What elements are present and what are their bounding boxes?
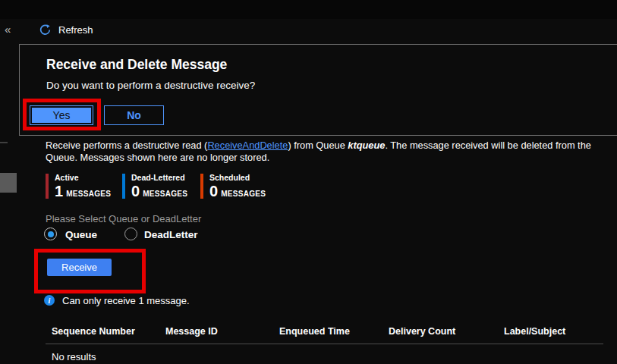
stat-count: 1 xyxy=(55,184,63,199)
queue-name: ktqueue xyxy=(348,140,385,151)
active-color-bar xyxy=(46,174,49,199)
queue-selector-label: Please Select Queue or DeadLetter xyxy=(46,213,201,224)
yes-button[interactable]: Yes xyxy=(30,105,93,125)
column-header-label-subject[interactable]: Label/Subject xyxy=(504,326,565,337)
table-empty-text: No results xyxy=(52,351,96,362)
dialog-question: Do you want to perform a destructive rec… xyxy=(46,80,255,91)
queue-radio-label[interactable]: Queue xyxy=(65,229,97,240)
receive-info-text: Can only receive 1 message. xyxy=(62,295,190,306)
no-button[interactable]: No xyxy=(104,105,164,125)
column-header-sequence-number[interactable]: Sequence Number xyxy=(52,326,135,337)
column-header-enqueued-time[interactable]: Enqueued Time xyxy=(279,326,350,337)
deadletter-radio-label[interactable]: DeadLetter xyxy=(144,229,198,240)
queue-radio[interactable] xyxy=(44,228,57,240)
dead-lettered-color-bar xyxy=(122,174,125,199)
table-header-divider xyxy=(46,344,603,344)
stat-scheduled: Scheduled 0 MESSAGES xyxy=(200,174,266,199)
description-part1: Receive performs a destructive read ( xyxy=(46,140,207,151)
stat-label: Active xyxy=(55,174,111,182)
receive-and-delete-link[interactable]: ReceiveAndDelete xyxy=(207,140,288,151)
top-strip xyxy=(0,0,617,19)
refresh-icon xyxy=(39,24,51,36)
stat-label: Dead-Lettered xyxy=(131,174,187,182)
dialog-title: Receive and Delete Message xyxy=(46,57,227,73)
stat-unit: MESSAGES xyxy=(143,190,187,198)
refresh-label: Refresh xyxy=(58,24,93,36)
stat-label: Scheduled xyxy=(209,174,266,182)
stat-count: 0 xyxy=(131,184,140,199)
column-header-delivery-count[interactable]: Delivery Count xyxy=(389,326,455,337)
stat-unit: MESSAGES xyxy=(221,190,266,198)
column-header-message-id[interactable]: Message ID xyxy=(165,326,218,337)
deadletter-radio[interactable] xyxy=(124,228,137,240)
receive-delete-dialog: Receive and Delete Message Do you want t… xyxy=(19,44,617,136)
service-bus-explorer-page: { "toolbar": { "collapse_glyph": "«", "r… xyxy=(0,0,617,364)
stat-active: Active 1 MESSAGES xyxy=(46,174,111,199)
left-edge-divider xyxy=(0,142,8,143)
left-scrollbar-fragment[interactable] xyxy=(0,173,17,193)
refresh-button[interactable]: Refresh xyxy=(39,24,93,36)
stat-count: 0 xyxy=(209,184,218,199)
receive-button[interactable]: Receive xyxy=(47,259,112,276)
scheduled-color-bar xyxy=(200,174,203,199)
info-icon: i xyxy=(44,295,55,306)
collapse-panel-icon[interactable]: « xyxy=(5,23,11,36)
description-part2: ) from Queue xyxy=(288,140,348,151)
stat-dead-lettered: Dead-Lettered 0 MESSAGES xyxy=(122,174,187,199)
stat-unit: MESSAGES xyxy=(66,190,111,198)
receive-description: Receive performs a destructive read (Rec… xyxy=(46,140,593,163)
